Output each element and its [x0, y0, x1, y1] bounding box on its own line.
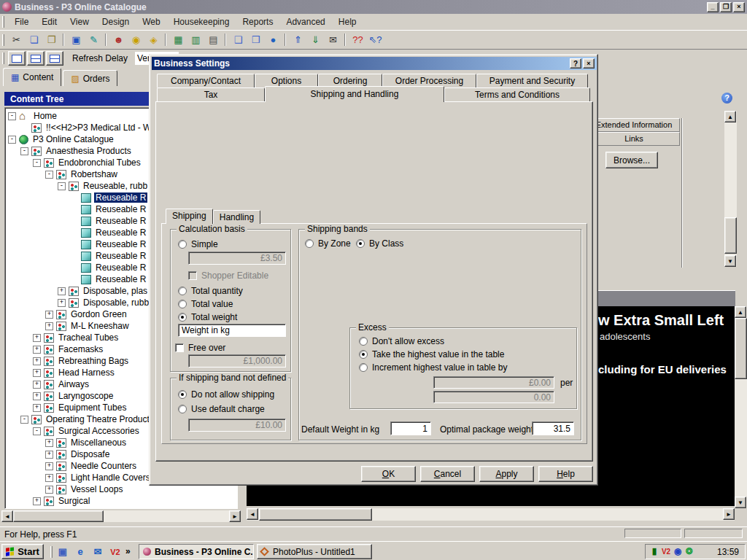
scroll-up-icon[interactable]: ▲ [724, 111, 736, 122]
increment-radio[interactable]: Increment highest value in table by [359, 362, 507, 373]
toolbar-grip[interactable] [2, 34, 4, 46]
checkbox-icon[interactable] [175, 343, 184, 352]
tree-hscrollbar[interactable]: ◄ ► [1, 510, 241, 522]
dialog-button[interactable]: Cancel [420, 466, 475, 482]
tab-extended-information[interactable]: Extended Information [588, 118, 680, 132]
taskbar-grip[interactable] [50, 546, 53, 558]
customers-icon[interactable]: ☻ [110, 32, 127, 47]
coins-icon[interactable]: ◉ [128, 32, 144, 47]
tree-expander-icon[interactable]: + [33, 334, 41, 342]
close-button[interactable]: × [733, 2, 745, 12]
dialog-button[interactable]: OK [361, 466, 416, 482]
tree-expander-icon[interactable]: + [45, 474, 53, 482]
weight-unit-input[interactable]: Weight in kg [178, 324, 286, 337]
quicklaunch-desktop-icon[interactable]: ▣ [55, 545, 70, 559]
tray-globe-icon[interactable]: ❂ [684, 546, 695, 557]
restore-button[interactable]: ❒ [720, 2, 732, 12]
layout-split-grid-button[interactable] [27, 51, 44, 66]
dialog-tab[interactable]: Shipping and Handling [265, 86, 444, 102]
scroll-right-icon[interactable]: ► [229, 510, 241, 522]
menu-item[interactable]: File [8, 15, 35, 29]
highest-value-radio[interactable]: Take the highest value in the table [359, 349, 504, 359]
dialog-button[interactable]: Help [538, 466, 593, 482]
dialog-tab[interactable]: Tax [157, 88, 265, 101]
optimal-weight-input[interactable]: 31.5 [532, 421, 574, 435]
tree-expander-icon[interactable]: + [33, 381, 41, 389]
copy-icon[interactable]: ❏ [26, 32, 42, 47]
menu-item[interactable]: Design [96, 15, 136, 29]
print-icon[interactable]: ▤ [205, 32, 222, 47]
tree-expander-icon[interactable]: - [45, 171, 53, 179]
help-icon[interactable]: ?? [349, 32, 366, 47]
tree-expander-icon[interactable]: + [58, 299, 66, 307]
scroll-thumb[interactable] [259, 508, 372, 521]
dialog-help-button[interactable]: ? [570, 58, 581, 69]
start-button[interactable]: Start [1, 544, 44, 559]
dialog-close-button[interactable]: × [583, 58, 595, 69]
radio-icon[interactable] [178, 313, 187, 322]
tree-expander-icon[interactable]: + [33, 346, 41, 354]
by-class-radio[interactable]: By Class [356, 238, 403, 249]
scroll-left-icon[interactable]: ◄ [247, 508, 258, 520]
image-icon[interactable]: ▦ [170, 32, 187, 47]
tree-expander-icon[interactable]: + [45, 462, 53, 470]
by-zone-radio[interactable]: By Zone [305, 238, 351, 249]
menu-item[interactable]: Advanced [279, 15, 331, 29]
tree-expander-icon[interactable]: - [8, 136, 16, 144]
document-copy-icon[interactable]: ❒ [247, 32, 264, 47]
tree-expander-icon[interactable]: - [58, 182, 66, 190]
tray-network-icon[interactable]: ◉ [672, 546, 684, 557]
tree-expander-icon[interactable]: + [58, 287, 66, 295]
radio-icon[interactable] [178, 287, 187, 295]
paste-icon[interactable]: ❐ [43, 32, 60, 47]
scroll-up-icon[interactable]: ▲ [735, 306, 746, 318]
free-over-checkbox[interactable]: Free over [175, 343, 225, 353]
tree-expander-icon[interactable]: + [33, 497, 41, 505]
radio-icon[interactable] [305, 239, 314, 248]
preview-hscrollbar[interactable]: ◄ ► [247, 508, 735, 521]
tree-expander-icon[interactable]: + [33, 392, 41, 400]
scroll-thumb[interactable] [735, 318, 747, 379]
task-button-photoplus[interactable]: PhotoPlus - Untitled1 [257, 544, 372, 559]
upload-icon[interactable]: ⇑ [290, 32, 306, 47]
tree-expander-icon[interactable]: + [33, 357, 41, 365]
menu-item[interactable]: Edit [35, 15, 63, 29]
sub-tab[interactable]: Handling [213, 210, 260, 224]
tree-expander-icon[interactable]: + [45, 486, 53, 494]
tree-expander-icon[interactable]: + [33, 404, 41, 412]
scroll-thumb[interactable] [13, 510, 104, 522]
preview-screen-icon[interactable]: ▣ [68, 32, 85, 47]
tab-orders[interactable]: ▨ Orders [63, 70, 117, 86]
scroll-right-icon[interactable]: ► [723, 508, 735, 520]
no-excess-radio[interactable]: Don't allow excess [359, 336, 444, 346]
simple-radio[interactable]: Simple [178, 239, 218, 249]
preview-vscrollbar[interactable]: ▲ ▼ [735, 306, 747, 508]
tree-item[interactable]: + Surgical [5, 495, 237, 507]
tree-expander-icon[interactable]: - [33, 427, 41, 435]
quicklaunch-outlook-icon[interactable]: ✉ [90, 545, 105, 559]
scroll-down-icon[interactable]: ▼ [735, 497, 746, 508]
toolbar-grip[interactable] [2, 52, 4, 64]
scroll-left-icon[interactable]: ◄ [1, 510, 13, 522]
scroll-down-icon[interactable]: ▼ [724, 255, 736, 267]
total-value-radio[interactable]: Total value [178, 299, 233, 309]
disallow-shipping-radio[interactable]: Do not allow shipping [178, 389, 274, 400]
tab-content[interactable]: ▦ Content [3, 68, 61, 86]
quicklaunch-more-icon[interactable]: » [125, 546, 131, 556]
menu-item[interactable]: Housekeeping [167, 15, 236, 29]
globe-icon[interactable]: ● [265, 32, 282, 47]
download-icon[interactable]: ⇓ [307, 32, 324, 47]
task-button-business[interactable]: Business - P3 Online C... [139, 544, 254, 559]
radio-icon[interactable] [359, 337, 368, 346]
menu-item[interactable]: Help [332, 15, 363, 29]
mail-icon[interactable]: ✉ [325, 32, 341, 47]
cut-icon[interactable]: ✂ [8, 32, 25, 47]
tree-expander-icon[interactable]: + [45, 451, 53, 459]
tray-console-icon[interactable]: ▮ [649, 546, 660, 557]
default-charge-radio[interactable]: Use default charge [178, 404, 265, 414]
menu-item[interactable]: Reports [236, 15, 279, 29]
tree-expander-icon[interactable]: + [33, 369, 41, 377]
layout-split-horizontal-button[interactable] [46, 51, 63, 66]
radio-icon[interactable] [178, 405, 187, 413]
tree-expander-icon[interactable]: - [20, 416, 28, 424]
